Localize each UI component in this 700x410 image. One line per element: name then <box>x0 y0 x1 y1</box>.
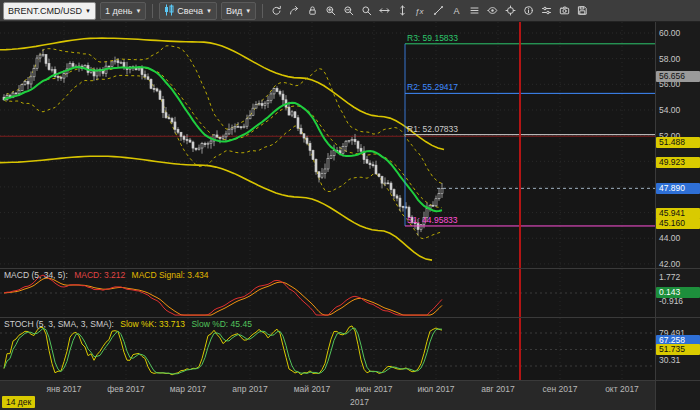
macd-signal-value: MACD Signal: 3.434 <box>132 270 209 280</box>
axis-value-badge: 49.923 <box>656 157 700 168</box>
panel-divider[interactable] <box>0 317 700 318</box>
visibility-icon[interactable] <box>485 3 499 19</box>
axis-tick-label: 54.00 <box>656 105 700 116</box>
axis-value-badge: 47.890 <box>656 183 700 194</box>
panel-divider[interactable] <box>0 268 700 269</box>
text-tool-icon[interactable]: A <box>449 3 463 19</box>
macd-label: MACD (5, 34, 5): MACD: 3.212 MACD Signal… <box>4 270 209 280</box>
time-axis-month-label: авг 2017 <box>481 384 515 394</box>
time-axis-month-label: сен 2017 <box>543 384 578 394</box>
pivot-level-label: R1: 52.07833 <box>407 124 458 134</box>
time-axis-month-label: май 2017 <box>294 384 331 394</box>
crosshair-icon[interactable] <box>503 3 517 19</box>
toolbar: BRENT.CMD/USD ▼ 1 день ▼ Свеча ▼ Вид ▼ ƒ… <box>0 0 700 22</box>
stoch-k-value: Slow %K: 33.713 <box>120 319 185 329</box>
save-icon[interactable] <box>575 3 589 19</box>
vertical-line-marker[interactable] <box>519 22 521 380</box>
chevron-down-icon: ▼ <box>206 8 212 14</box>
trendline-icon[interactable] <box>431 3 445 19</box>
time-axis-month-label: июл 2017 <box>417 384 454 394</box>
time-axis-year: 2017 <box>350 397 369 407</box>
candlestick-icon <box>164 4 174 18</box>
macd-title: MACD (5, 34, 5): <box>4 270 68 280</box>
panel-divider <box>0 380 700 381</box>
price-chart[interactable]: R3: 59.15833R2: 55.29417R1: 52.07833S1: … <box>0 22 655 268</box>
time-axis-month-label: мар 2017 <box>170 384 207 394</box>
forward-icon[interactable] <box>287 3 301 19</box>
pivot-level-label: R2: 55.29417 <box>407 82 458 92</box>
stoch-title: STOCH (5, 3, SMA, 3, SMA): <box>4 319 114 329</box>
indicators-icon[interactable]: ƒx <box>413 3 427 19</box>
chevron-down-icon: ▼ <box>135 8 141 14</box>
svg-text:A: A <box>453 6 459 16</box>
chevron-down-icon: ▼ <box>245 8 251 14</box>
stoch-d-value: Slow %D: 45.45 <box>191 319 251 329</box>
stoch-label: STOCH (5, 3, SMA, 3, SMA): Slow %K: 33.7… <box>4 319 252 329</box>
view-label: Вид <box>226 6 242 16</box>
toolbar-divider <box>152 4 153 18</box>
axis-tick-label: 30.31 <box>656 355 700 366</box>
axis-tick-label: -0.916 <box>656 296 700 307</box>
time-axis-month-label: окт 2017 <box>605 384 639 394</box>
pan-horizontal-icon[interactable] <box>377 3 391 19</box>
settings-icon[interactable] <box>539 3 553 19</box>
axis-value-badge: 51.488 <box>656 137 700 148</box>
axis-value-badge: 0.143 <box>656 287 700 298</box>
chevron-down-icon: ▼ <box>85 8 91 14</box>
toolbar-divider <box>262 4 263 18</box>
svg-text:ƒx: ƒx <box>415 7 424 16</box>
price-chart-canvas[interactable] <box>0 22 655 268</box>
start-date-badge: 14 дек <box>2 396 35 408</box>
pan-vertical-icon[interactable] <box>395 3 409 19</box>
view-select[interactable]: Вид ▼ <box>221 2 256 20</box>
zoom-in-icon[interactable] <box>323 3 337 19</box>
axis-value-badge: 56.656 <box>656 71 700 82</box>
zoom-out-icon[interactable] <box>341 3 355 19</box>
lock-icon[interactable] <box>305 3 319 19</box>
time-axis-month-label: апр 2017 <box>232 384 267 394</box>
pivot-level-label: R3: 59.15833 <box>407 33 458 43</box>
chart-type-select[interactable]: Свеча ▼ <box>159 2 217 20</box>
time-axis-month-label: фев 2017 <box>107 384 145 394</box>
objects-list-icon[interactable] <box>467 3 481 19</box>
axis-tick-label: 58.00 <box>656 54 700 65</box>
refresh-icon[interactable] <box>269 3 283 19</box>
time-axis-month-label: июн 2017 <box>355 384 392 394</box>
macd-value: MACD: 3.212 <box>74 270 125 280</box>
trading-terminal: BRENT.CMD/USD ▼ 1 день ▼ Свеча ▼ Вид ▼ ƒ… <box>0 0 700 410</box>
axis-value-badge: 51.735 <box>656 344 700 355</box>
axis-value-badge: 45.160 <box>656 218 700 229</box>
time-axis-month-label: янв 2017 <box>46 384 81 394</box>
axis-tick-label: 1.772 <box>656 272 700 283</box>
timeframe-select[interactable]: 1 день ▼ <box>100 2 146 20</box>
timeframe-label: 1 день <box>105 6 132 16</box>
axis-tick-label: 44.00 <box>656 233 700 244</box>
info-icon[interactable] <box>521 3 535 19</box>
camera-icon[interactable] <box>557 3 571 19</box>
symbol-select[interactable]: BRENT.CMD/USD ▼ <box>3 2 96 20</box>
chart-type-label: Свеча <box>177 6 203 16</box>
axis-divider <box>655 22 656 410</box>
zoom-area-icon[interactable] <box>359 3 373 19</box>
price-axis[interactable]: 60.0058.0056.65656.0054.0052.0051.48849.… <box>656 22 700 410</box>
time-axis[interactable]: 2017 14 дек янв 2017фев 2017мар 2017апр … <box>0 381 655 410</box>
axis-tick-label: 60.00 <box>656 28 700 39</box>
symbol-label: BRENT.CMD/USD <box>8 6 82 16</box>
pivot-level-label: S1: 44.95833 <box>407 215 458 225</box>
